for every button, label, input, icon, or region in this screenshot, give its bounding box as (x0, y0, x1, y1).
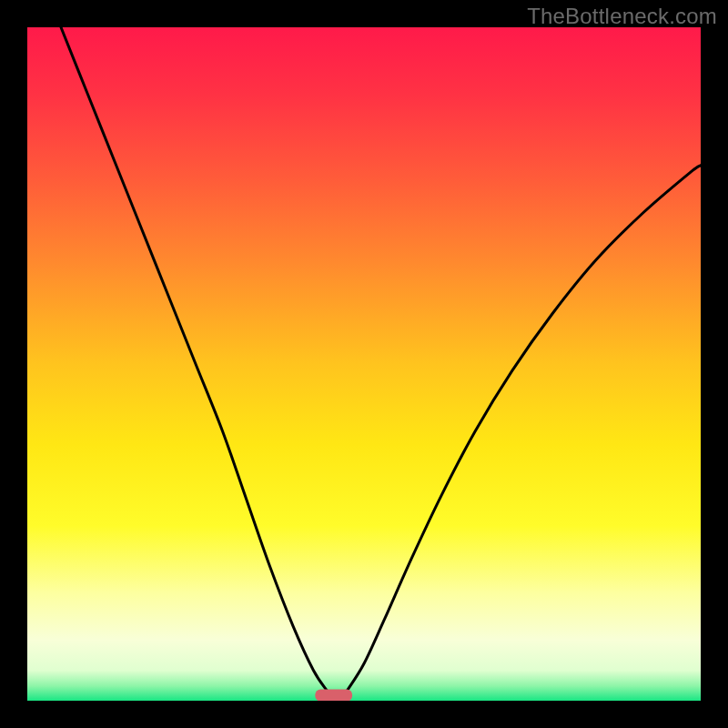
bottleneck-chart (0, 0, 728, 728)
optimal-marker (315, 689, 352, 701)
chart-container: TheBottleneck.com (0, 0, 728, 728)
watermark-text: TheBottleneck.com (527, 4, 717, 29)
gradient-background (27, 27, 701, 701)
